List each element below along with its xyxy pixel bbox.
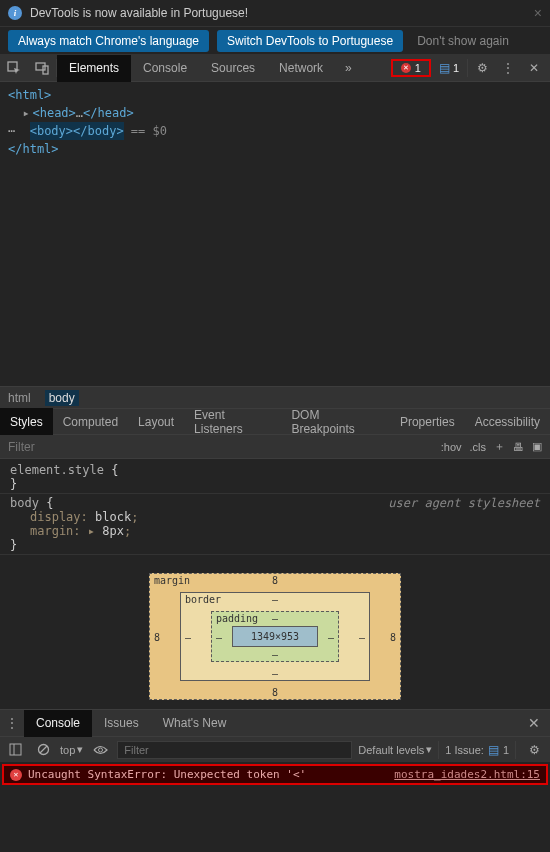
toolbar-right: ✕1 ▤1 ⚙ ⋮ ✕: [391, 56, 550, 80]
styles-tab-accessibility[interactable]: Accessibility: [465, 408, 550, 435]
style-rule[interactable]: user agent stylesheet body { display: bl…: [0, 494, 550, 555]
more-tabs-icon[interactable]: »: [335, 61, 362, 75]
box-padding[interactable]: padding – – – – 1349×953: [211, 611, 339, 662]
dont-show-button[interactable]: Don't show again: [411, 30, 515, 52]
tab-elements[interactable]: Elements: [57, 55, 131, 82]
styles-pane: element.style {} user agent stylesheet b…: [0, 459, 550, 564]
drawer-close-icon[interactable]: ✕: [518, 715, 550, 731]
drawer-tab-whatsnew[interactable]: What's New: [151, 710, 239, 737]
dom-node[interactable]: </html>: [8, 142, 59, 156]
error-message: Uncaught SyntaxError: Unexpected token '…: [28, 768, 306, 781]
breadcrumb-item-active[interactable]: body: [45, 390, 79, 406]
issue-icon: ▤: [488, 743, 499, 757]
box-content[interactable]: 1349×953: [232, 626, 318, 647]
divider: [515, 741, 516, 759]
styles-tab-layout[interactable]: Layout: [128, 408, 184, 435]
print-icon[interactable]: 🖶: [513, 441, 524, 453]
prop-value[interactable]: 8px: [102, 524, 124, 538]
drawer-kebab-icon[interactable]: ⋮: [0, 711, 24, 735]
styles-tab-properties[interactable]: Properties: [390, 408, 465, 435]
drawer-tab-console[interactable]: Console: [24, 710, 92, 737]
svg-line-6: [40, 746, 47, 753]
box-border[interactable]: border – – – – padding – – – – 1349×953: [180, 592, 370, 681]
issues-link[interactable]: 1 Issue: ▤1: [445, 743, 509, 757]
expand-icon[interactable]: ▸: [22, 104, 32, 122]
match-language-button[interactable]: Always match Chrome's language: [8, 30, 209, 52]
dom-node[interactable]: <html>: [8, 88, 51, 102]
styles-filter-row: :hov .cls ＋ 🖶 ▣: [0, 435, 550, 459]
dom-node[interactable]: </head>: [83, 106, 134, 120]
levels-selector[interactable]: Default levels ▾: [358, 743, 432, 756]
styles-filter-input[interactable]: [0, 440, 433, 454]
console-sidebar-icon[interactable]: [4, 739, 26, 761]
dollar-zero: == $0: [124, 124, 167, 138]
tab-network[interactable]: Network: [267, 55, 335, 82]
box-margin[interactable]: margin 8 8 8 8 border – – – – padding – …: [149, 573, 401, 700]
error-source-link[interactable]: mostra_idades2.html:15: [394, 768, 540, 781]
issue-icon: ▤: [439, 61, 450, 75]
styles-tabs: Styles Computed Layout Event Listeners D…: [0, 408, 550, 435]
context-selector[interactable]: top ▾: [60, 743, 83, 756]
svg-point-7: [98, 748, 102, 752]
clear-console-icon[interactable]: [32, 739, 54, 761]
add-rule-icon[interactable]: ＋: [494, 439, 505, 454]
close-icon[interactable]: ×: [534, 5, 542, 21]
border-label: border: [185, 594, 221, 605]
error-icon: ✕: [10, 769, 22, 781]
expand-icon[interactable]: ▸: [88, 524, 95, 538]
console-gear-icon[interactable]: ⚙: [522, 738, 546, 762]
styles-tab-dom-bp[interactable]: DOM Breakpoints: [281, 408, 390, 435]
main-tabs: Elements Console Sources Network »: [57, 55, 391, 82]
chevron-down-icon: ▾: [426, 743, 432, 756]
cls-toggle[interactable]: .cls: [470, 441, 487, 453]
hov-toggle[interactable]: :hov: [441, 441, 462, 453]
console-error-line[interactable]: ✕ Uncaught SyntaxError: Unexpected token…: [2, 764, 548, 785]
style-rule[interactable]: element.style {}: [0, 461, 550, 494]
prop-name[interactable]: margin: [30, 524, 73, 538]
styles-filter-tools: :hov .cls ＋ 🖶 ▣: [433, 439, 550, 454]
dom-node-selected[interactable]: <body>: [30, 124, 73, 138]
dom-tree[interactable]: <html> ▸<head>…</head> ⋯ <body></body> =…: [0, 82, 550, 386]
prop-name[interactable]: display: [30, 510, 81, 524]
kebab-icon[interactable]: ⋮: [496, 56, 520, 80]
divider: [438, 741, 439, 759]
close-devtools-icon[interactable]: ✕: [522, 56, 546, 80]
switch-language-button[interactable]: Switch DevTools to Portuguese: [217, 30, 403, 52]
console-filter-input[interactable]: [117, 741, 352, 759]
styles-tab-listeners[interactable]: Event Listeners: [184, 408, 281, 435]
eye-icon[interactable]: [89, 739, 111, 761]
error-badge[interactable]: ✕1: [391, 59, 431, 77]
notification-bar: i DevTools is now available in Portugues…: [0, 0, 550, 27]
dom-node-selected[interactable]: </body>: [73, 124, 124, 138]
breadcrumb: html body: [0, 386, 550, 408]
svg-rect-3: [10, 744, 21, 755]
issue-count: 1: [453, 62, 459, 74]
selector[interactable]: body: [10, 496, 39, 510]
styles-tab-styles[interactable]: Styles: [0, 408, 53, 435]
tab-console[interactable]: Console: [131, 55, 199, 82]
styles-tab-computed[interactable]: Computed: [53, 408, 128, 435]
console-toolbar: top ▾ Default levels ▾ 1 Issue: ▤1 ⚙: [0, 736, 550, 762]
error-dot-icon: ✕: [401, 63, 411, 73]
divider: [467, 59, 468, 77]
tab-sources[interactable]: Sources: [199, 55, 267, 82]
selector[interactable]: element.style: [10, 463, 104, 477]
gear-icon[interactable]: ⚙: [470, 56, 494, 80]
info-icon: i: [8, 6, 22, 20]
dom-node[interactable]: <head>: [32, 106, 75, 120]
box-model[interactable]: margin 8 8 8 8 border – – – – padding – …: [0, 564, 550, 709]
padding-label: padding: [216, 613, 258, 624]
drawer-tabs: ⋮ Console Issues What's New ✕: [0, 709, 550, 736]
inspect-icon[interactable]: [0, 55, 28, 82]
chevron-down-icon: ▾: [77, 743, 83, 756]
panel-icon[interactable]: ▣: [532, 440, 542, 453]
drawer-tab-issues[interactable]: Issues: [92, 710, 151, 737]
device-icon[interactable]: [28, 55, 56, 82]
prop-value[interactable]: block: [95, 510, 131, 524]
notification-buttons: Always match Chrome's language Switch De…: [0, 27, 550, 55]
breadcrumb-item[interactable]: html: [8, 391, 31, 405]
margin-label: margin: [154, 575, 190, 586]
main-toolbar: Elements Console Sources Network » ✕1 ▤1…: [0, 55, 550, 82]
error-count: 1: [415, 62, 421, 74]
issue-badge[interactable]: ▤1: [433, 59, 465, 77]
